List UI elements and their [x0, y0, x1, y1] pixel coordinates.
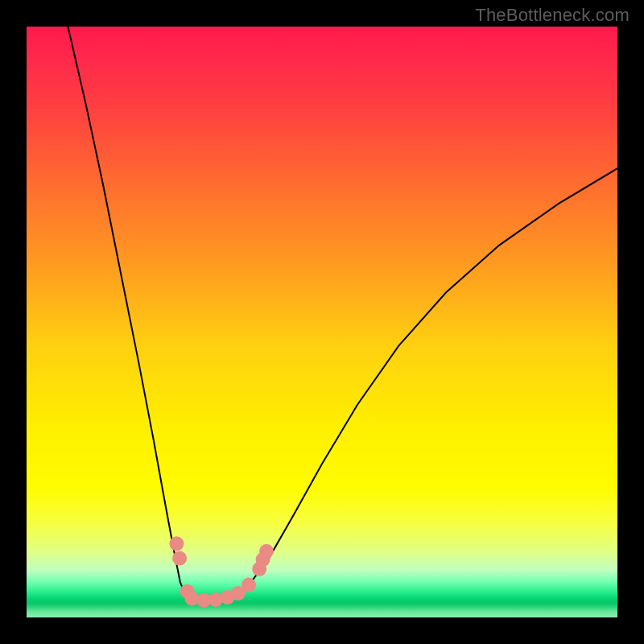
- data-marker: [242, 578, 256, 592]
- curve-markers: [169, 536, 274, 607]
- chart-frame: TheBottleneck.com: [0, 0, 644, 644]
- curve-layer: [27, 27, 617, 617]
- plot-area: [27, 27, 617, 617]
- bottleneck-curve: [68, 27, 617, 600]
- data-marker: [172, 551, 187, 566]
- data-marker: [169, 536, 184, 551]
- watermark-text: TheBottleneck.com: [475, 5, 630, 26]
- data-marker: [259, 544, 274, 559]
